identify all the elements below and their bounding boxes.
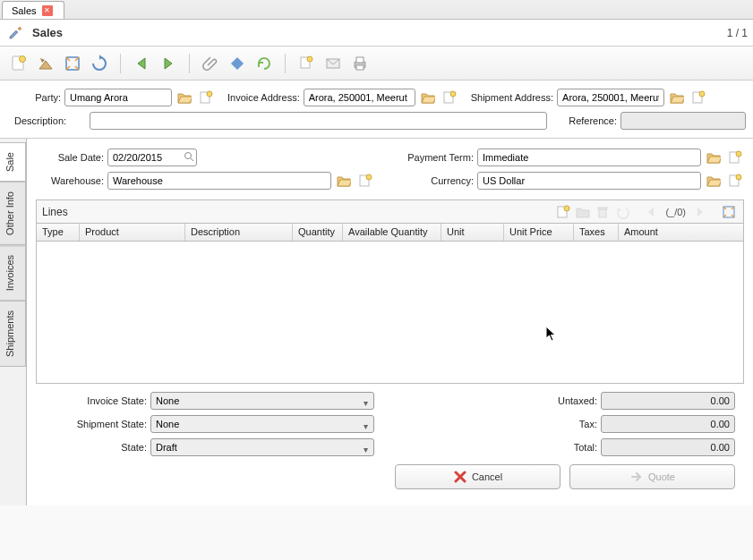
lines-open-button[interactable] (574, 203, 592, 221)
description-label: Description: (14, 115, 86, 126)
warehouse-input[interactable] (107, 172, 331, 190)
total-value: 0.00 (601, 438, 735, 456)
lines-nav-label: (_/0) (662, 207, 689, 217)
main-toolbar (0, 47, 753, 81)
side-tab-other-info[interactable]: Other Info (0, 182, 26, 245)
prev-record-button[interactable] (130, 52, 153, 75)
svg-point-18 (736, 151, 741, 157)
grid-header: Type Product Description Quantity Availa… (37, 224, 743, 242)
warehouse-label: Warehouse: (39, 175, 104, 186)
lines-title: Lines (42, 206, 68, 218)
shipment-state-select[interactable]: None (150, 415, 374, 433)
svg-rect-26 (598, 208, 607, 209)
warehouse-new-button[interactable] (356, 172, 374, 190)
payment-term-new-button[interactable] (726, 148, 744, 166)
quote-label: Quote (648, 471, 675, 482)
col-description[interactable]: Description (185, 224, 293, 241)
attachment-button[interactable] (199, 52, 222, 75)
currency-input[interactable] (477, 172, 701, 190)
svg-point-15 (699, 91, 705, 97)
side-tabs: Sale Other Info Invoices Shipments (0, 139, 27, 505)
tax-value: 0.00 (601, 415, 735, 433)
state-select[interactable]: Draft (150, 438, 374, 456)
currency-new-button[interactable] (726, 172, 744, 190)
tab-sales[interactable]: Sales ✕ (2, 1, 64, 19)
quote-button[interactable]: Quote (569, 464, 735, 489)
reference-label: Reference: (569, 115, 617, 126)
title-bar: Sales 1 / 1 (0, 20, 753, 47)
invoice-address-open-button[interactable] (419, 89, 437, 106)
toolbar-separator (120, 54, 121, 73)
lines-next-button[interactable] (691, 203, 709, 221)
lines-delete-button[interactable] (594, 203, 612, 221)
invoice-address-input[interactable] (304, 89, 415, 106)
payment-term-input[interactable] (477, 148, 701, 166)
warehouse-open-button[interactable] (335, 172, 353, 190)
grid-body[interactable] (37, 242, 743, 383)
col-product[interactable]: Product (80, 224, 185, 241)
col-unit-price[interactable]: Unit Price (504, 224, 574, 241)
party-open-button[interactable] (175, 89, 193, 106)
save-record-button[interactable] (34, 52, 57, 75)
side-tab-shipments[interactable]: Shipments (0, 301, 26, 367)
cancel-button[interactable]: Cancel (395, 464, 560, 489)
svg-rect-25 (599, 209, 606, 217)
record-pager: 1 / 1 (727, 27, 748, 39)
currency-open-button[interactable] (705, 172, 723, 190)
relate-button[interactable] (252, 52, 276, 75)
lines-new-button[interactable] (554, 203, 572, 221)
action-button[interactable] (226, 52, 249, 75)
shipment-address-new-button[interactable] (689, 89, 707, 106)
states-panel: Invoice State: None Shipment State: None… (45, 389, 374, 459)
lines-undo-button[interactable] (613, 203, 631, 221)
currency-label: Currency: (431, 175, 474, 186)
arrow-right-icon (629, 470, 644, 484)
print-button[interactable] (348, 52, 372, 75)
svg-point-20 (366, 174, 372, 180)
toolbar-separator (285, 54, 286, 73)
party-input[interactable] (64, 89, 172, 106)
reload-button[interactable] (88, 52, 111, 75)
invoice-address-new-button[interactable] (441, 89, 458, 106)
close-icon[interactable]: ✕ (42, 5, 53, 16)
email-button[interactable] (321, 52, 345, 75)
new-record-button[interactable] (7, 52, 30, 75)
tab-label: Sales (12, 5, 37, 16)
bottom-panel: Invoice State: None Shipment State: None… (36, 384, 744, 464)
col-avail-qty[interactable]: Available Quantity (343, 224, 441, 241)
svg-rect-8 (356, 57, 364, 63)
svg-point-22 (736, 174, 741, 180)
col-unit[interactable]: Unit (441, 224, 504, 241)
party-new-button[interactable] (197, 89, 215, 106)
lines-grid[interactable]: Type Product Description Quantity Availa… (36, 223, 744, 384)
invoice-state-label: Invoice State: (48, 395, 147, 406)
col-amount[interactable]: Amount (619, 224, 743, 241)
shipment-address-label: Shipment Address: (471, 92, 553, 103)
svg-point-13 (450, 91, 456, 97)
side-tab-sale[interactable]: Sale (0, 142, 26, 182)
header-form: Party: Invoice Address: Shipment Address… (0, 81, 753, 138)
lines-switch-view-button[interactable] (720, 203, 738, 221)
col-type[interactable]: Type (37, 224, 80, 241)
svg-rect-9 (356, 65, 364, 70)
report-button[interactable] (295, 52, 318, 75)
col-taxes[interactable]: Taxes (574, 224, 619, 241)
switch-view-button[interactable] (61, 52, 84, 75)
invoice-state-select[interactable]: None (150, 392, 374, 410)
tabbed-panel: Sale Other Info Invoices Shipments Sale … (0, 138, 753, 505)
payment-term-open-button[interactable] (705, 148, 723, 166)
cancel-label: Cancel (472, 471, 502, 482)
shipment-address-input[interactable] (557, 89, 664, 106)
lines-prev-button[interactable] (642, 203, 660, 221)
calendar-icon[interactable] (184, 151, 194, 162)
description-input[interactable] (90, 112, 547, 130)
side-tab-invoices[interactable]: Invoices (0, 245, 26, 301)
col-quantity[interactable]: Quantity (293, 224, 343, 241)
shipment-address-open-button[interactable] (668, 89, 686, 106)
next-record-button[interactable] (157, 52, 180, 75)
tax-label: Tax: (535, 419, 597, 429)
svg-point-24 (564, 206, 569, 211)
sale-date-label: Sale Date: (39, 152, 104, 163)
toolbar-separator (189, 54, 190, 73)
tools-icon[interactable] (5, 25, 25, 41)
